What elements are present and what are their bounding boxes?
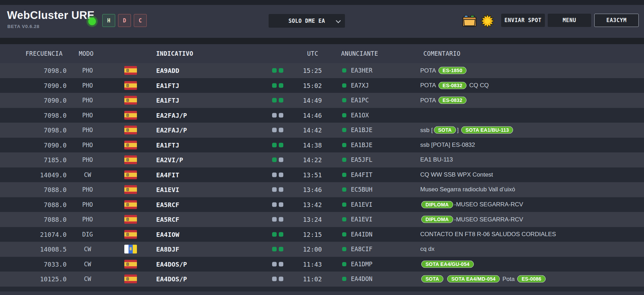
comment-cell: Museo Segarra radioclub Vall d’uixó bbox=[420, 186, 638, 193]
filter-dropdown[interactable]: SOLO DME EA bbox=[269, 14, 345, 28]
status-dot bbox=[279, 172, 283, 177]
version-label: BETA V0.6.28 bbox=[7, 24, 40, 29]
menu-button[interactable]: MENU bbox=[548, 14, 591, 27]
comment-text bbox=[444, 275, 446, 282]
callsign-cell: EA1FTJ bbox=[156, 82, 179, 89]
comment-badge[interactable]: SOTA EA4/MD-054 bbox=[447, 275, 500, 283]
mode-cell: CW bbox=[74, 275, 102, 282]
status-dot bbox=[279, 143, 283, 147]
status-dot bbox=[272, 187, 277, 192]
sun-icon[interactable] bbox=[480, 14, 494, 29]
spot-row[interactable]: 7098.0 PHO EA9ADD 15:25 EA3HER POTA ES-1… bbox=[0, 63, 644, 78]
status-dot bbox=[279, 247, 283, 252]
spot-row[interactable]: 7090.0 PHO EA1FTJ 14:38 EA1BJE ssb [POTA… bbox=[0, 138, 644, 153]
comment-badge[interactable]: DIPLOMA bbox=[421, 201, 453, 208]
status-dots bbox=[272, 113, 283, 117]
filter-button-h[interactable]: H bbox=[102, 14, 115, 27]
frequency-cell: 7185.0 bbox=[14, 156, 67, 164]
callsign-cell: EA5RCF bbox=[156, 216, 179, 223]
comment-badge[interactable]: ES-1850 bbox=[438, 67, 466, 74]
spot-row[interactable]: 7098.0 PHO EA2FAJ/P 14:46 EA1OX bbox=[0, 108, 644, 123]
callsign-cell: EA5RCF bbox=[156, 201, 179, 208]
spot-row[interactable]: 7033.0 CW EA4DOS/P 11:43 EA1DMP SOTA EA4… bbox=[0, 257, 644, 272]
frequency-cell: 14008.5 bbox=[14, 246, 67, 253]
comment-text: ssb [ bbox=[420, 126, 433, 133]
connection-status-dot bbox=[88, 18, 96, 25]
callsign-cell: EA1EVI bbox=[156, 186, 179, 193]
folder-icon[interactable] bbox=[462, 15, 477, 29]
enviar-spot-button[interactable]: ENVIAR SPOT bbox=[501, 14, 545, 27]
comment-badge[interactable]: SOTA EA1/BU-113 bbox=[461, 126, 513, 134]
spotter-status-dot bbox=[342, 232, 346, 236]
comment-text: POTA bbox=[420, 82, 437, 89]
mode-cell: PHO bbox=[74, 186, 102, 193]
utc-cell: 13:42 bbox=[303, 201, 322, 208]
comment-badge[interactable]: SOTA bbox=[421, 275, 443, 283]
comment-badge[interactable]: DIPLOMA bbox=[421, 216, 453, 223]
mode-cell: CW bbox=[74, 246, 102, 253]
spot-row[interactable]: 7088.0 PHO EA5RCF 13:42 EA1EVI DIPLOMA-M… bbox=[0, 197, 644, 212]
country-flag bbox=[124, 215, 137, 224]
spotter-status-dot bbox=[342, 173, 346, 177]
frequency-cell: 7098.0 bbox=[14, 126, 67, 134]
comment-badge[interactable]: SOTA bbox=[434, 126, 456, 134]
spot-row[interactable]: 21074.0 DIG EA4IOW 12:15 EA4IDN CONTACTO… bbox=[0, 227, 644, 242]
callsign-cell: EA2VI/P bbox=[156, 156, 183, 164]
status-dot bbox=[272, 172, 277, 177]
spot-row[interactable]: 14008.5 CW EA8DJF 12:00 EA8CIF cq dx bbox=[0, 242, 644, 257]
comment-badge[interactable]: ES-0086 bbox=[517, 275, 545, 283]
utc-cell: 15:25 bbox=[303, 67, 322, 74]
spot-row[interactable]: 7090.0 PHO EA1FTJ 15:02 EA7XJ POTA ES-08… bbox=[0, 78, 644, 93]
spotter-callsign: EA8CIF bbox=[351, 246, 372, 253]
status-dots bbox=[272, 202, 283, 207]
status-dots bbox=[272, 247, 283, 252]
frequency-cell: 7033.0 bbox=[14, 260, 67, 268]
spotter-status-dot bbox=[342, 128, 346, 132]
filter-button-c[interactable]: C bbox=[134, 14, 147, 27]
utc-cell: 12:15 bbox=[303, 231, 322, 238]
page-title: WebCluster URE bbox=[7, 9, 95, 21]
country-flag bbox=[124, 230, 137, 239]
user-callsign-button[interactable]: EA3CYM bbox=[594, 14, 639, 27]
spotter-callsign: EA4IDN bbox=[351, 231, 372, 238]
comment-badge[interactable]: SOTA EA4/GU-054 bbox=[421, 260, 474, 268]
status-dot bbox=[279, 217, 283, 222]
spot-row[interactable]: 7090.0 PHO EA1FTJ 14:49 EA1PC POTA ES-08… bbox=[0, 93, 644, 108]
filter-button-d[interactable]: D bbox=[118, 14, 131, 27]
comment-badge[interactable]: ES-0832 bbox=[438, 97, 466, 104]
spotter-callsign: EC5BUH bbox=[351, 186, 372, 193]
spotter-status-dot bbox=[342, 277, 346, 281]
spot-row[interactable]: 7185.0 PHO EA2VI/P 14:22 EA5JFL EA1 BU-1… bbox=[0, 152, 644, 167]
status-dots bbox=[272, 277, 283, 281]
spotter-status-dot bbox=[342, 68, 346, 73]
mode-cell: DIG bbox=[74, 231, 102, 238]
comment-text: CQ CQ bbox=[468, 82, 489, 89]
status-dot bbox=[272, 217, 277, 222]
spot-row[interactable]: 14049.0 CW EA4FIT 13:51 EA4FIT CQ WW SSB… bbox=[0, 167, 644, 183]
frequency-cell: 7088.0 bbox=[14, 186, 67, 193]
comment-cell: DIPLOMA-MUSEO SEGARRA-RCV bbox=[420, 216, 638, 223]
mode-cell: PHO bbox=[74, 112, 102, 119]
comment-cell: EA1 BU-113 bbox=[420, 156, 638, 163]
top-strip bbox=[0, 0, 644, 5]
spot-row[interactable]: 7098.0 PHO EA2FAJ/P 14:42 EA1BJE ssb [SO… bbox=[0, 123, 644, 138]
mode-cell: PHO bbox=[74, 97, 102, 104]
status-dot bbox=[272, 262, 277, 266]
status-dot bbox=[272, 113, 277, 117]
spot-row[interactable]: 7088.0 PHO EA5RCF 13:24 EA1EVI DIPLOMA-M… bbox=[0, 212, 644, 227]
mode-cell: PHO bbox=[74, 67, 102, 74]
column-anunciante: ANUNCIANTE bbox=[341, 50, 378, 57]
status-dot bbox=[279, 98, 283, 103]
status-dot bbox=[279, 128, 283, 132]
spotter-callsign: EA1DMP bbox=[351, 261, 372, 268]
status-dot bbox=[279, 158, 283, 162]
spotter-status-dot bbox=[342, 187, 346, 192]
table-body: 7098.0 PHO EA9ADD 15:25 EA3HER POTA ES-1… bbox=[0, 63, 644, 291]
comment-badge[interactable]: ES-0832 bbox=[438, 82, 466, 89]
comment-cell: SOTA SOTA EA4/MD-054 Pota ES-0086 bbox=[420, 275, 638, 283]
status-dot bbox=[279, 187, 283, 192]
spot-row[interactable]: 10125.0 CW EA4DOS/P 11:02 EA4DON SOTA SO… bbox=[0, 272, 644, 287]
status-dot bbox=[272, 247, 277, 252]
spot-row[interactable]: 7088.0 PHO EA1EVI 13:46 EC5BUH Museo Seg… bbox=[0, 182, 644, 197]
comment-text: cq dx bbox=[420, 246, 435, 253]
